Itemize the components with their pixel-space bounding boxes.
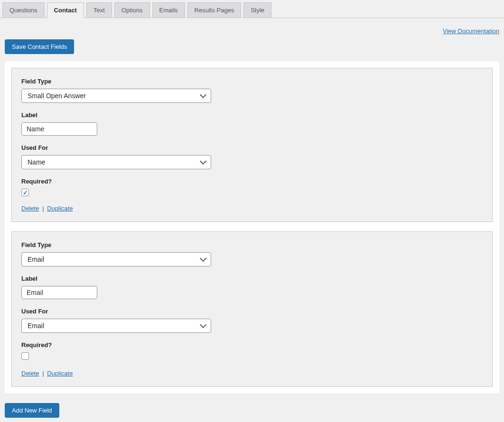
add-new-field-button[interactable]: Add New Field: [5, 403, 59, 418]
field-box: Field Type Small Open Answer Label Used …: [11, 68, 493, 222]
required-label: Required?: [21, 178, 483, 185]
save-contact-fields-button[interactable]: Save Contact Fields: [5, 39, 74, 54]
action-separator: |: [42, 370, 44, 377]
delete-link[interactable]: Delete: [21, 205, 39, 212]
tabs-bar: Questions Contact Text Options Emails Re…: [0, 0, 504, 18]
tab-results-pages[interactable]: Results Pages: [187, 2, 242, 18]
tab-emails[interactable]: Emails: [152, 2, 185, 18]
used-for-select[interactable]: Name: [21, 155, 211, 169]
duplicate-link[interactable]: Duplicate: [47, 370, 73, 377]
field-box: Field Type Email Label Used For Email Re…: [11, 231, 493, 387]
view-documentation-link[interactable]: View Documentation: [443, 28, 499, 35]
tab-contact[interactable]: Contact: [47, 2, 84, 18]
label-input[interactable]: [21, 122, 97, 136]
required-label: Required?: [21, 341, 483, 349]
label-label: Label: [21, 275, 483, 282]
tab-options[interactable]: Options: [114, 2, 150, 18]
tab-text[interactable]: Text: [86, 2, 112, 18]
used-for-label: Used For: [21, 308, 483, 315]
tab-questions[interactable]: Questions: [2, 2, 45, 18]
label-label: Label: [21, 111, 483, 119]
required-checkbox[interactable]: [21, 352, 29, 360]
used-for-select[interactable]: Email: [21, 319, 211, 333]
tab-style[interactable]: Style: [243, 2, 271, 18]
field-type-select[interactable]: Email: [21, 252, 211, 266]
required-checkbox[interactable]: [21, 189, 29, 196]
field-type-label: Field Type: [21, 78, 483, 85]
label-input[interactable]: [21, 286, 97, 299]
field-type-label: Field Type: [21, 241, 483, 248]
field-type-select[interactable]: Small Open Answer: [21, 89, 211, 103]
fields-panel: Field Type Small Open Answer Label Used …: [5, 61, 499, 394]
used-for-label: Used For: [21, 144, 483, 151]
action-separator: |: [42, 205, 44, 212]
duplicate-link[interactable]: Duplicate: [47, 205, 73, 212]
delete-link[interactable]: Delete: [21, 370, 39, 377]
